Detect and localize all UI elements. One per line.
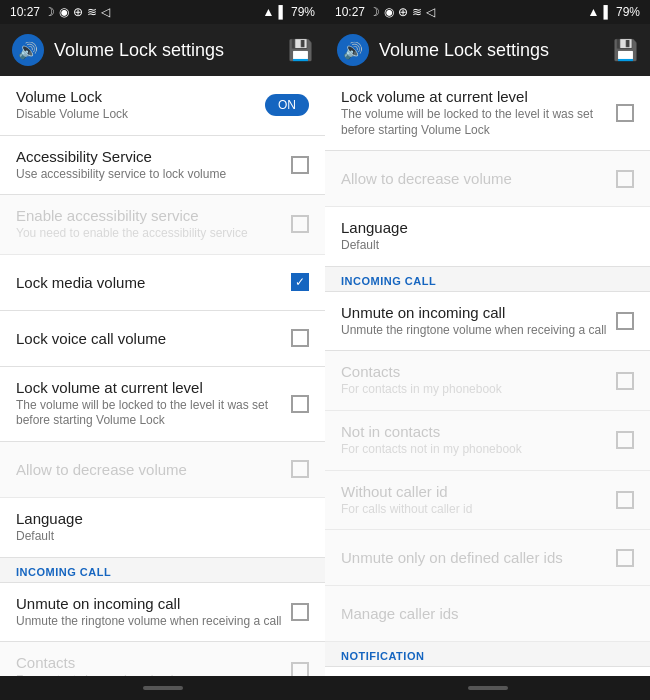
setting-unmute-incoming-title: Unmute on incoming call	[16, 595, 283, 612]
time-left: 10:27	[10, 5, 40, 19]
allow-decrease-right-checkbox	[616, 170, 634, 188]
setting-lock-current-right[interactable]: Lock volume at current level The volume …	[325, 76, 650, 151]
setting-unmute-incoming[interactable]: Unmute on incoming call Unmute the ringt…	[0, 583, 325, 643]
lock-icon: ⊕	[73, 5, 83, 19]
battery-left: 79%	[291, 5, 315, 19]
setting-lock-media[interactable]: Lock media volume ✓	[0, 255, 325, 311]
setting-language-right-title: Language	[341, 219, 626, 236]
setting-language[interactable]: Language Default	[0, 498, 325, 558]
setting-contacts-right-text: Contacts For contacts in my phonebook	[341, 363, 616, 398]
lock-icon-right: ⊕	[398, 5, 408, 19]
setting-contacts-right: Contacts For contacts in my phonebook	[325, 351, 650, 411]
setting-language-right[interactable]: Language Default	[325, 207, 650, 267]
setting-accessibility-subtitle: Use accessibility service to lock volume	[16, 167, 283, 183]
status-right-right-icons: ▲ ▌ 79%	[588, 5, 640, 19]
unmute-incoming-checkbox[interactable]	[291, 603, 309, 621]
setting-not-in-contacts-right-subtitle: For contacts not in my phonebook	[341, 442, 608, 458]
lock-media-checkbox[interactable]: ✓	[291, 273, 309, 291]
lock-current-checkbox[interactable]	[291, 395, 309, 413]
setting-not-in-contacts-right-text: Not in contacts For contacts not in my p…	[341, 423, 616, 458]
setting-manage-caller-ids-title: Manage caller ids	[341, 605, 626, 622]
phone-panel-right: 10:27 ☽ ◉ ⊕ ≋ ◁ ▲ ▌ 79% 🔊 Volume Lock se…	[325, 0, 650, 700]
lock-current-right-checkbox[interactable]	[616, 104, 634, 122]
unmute-incoming-right-checkbox[interactable]	[616, 312, 634, 330]
section-incoming-left: INCOMING CALL	[0, 558, 325, 583]
setting-lock-voice-text: Lock voice call volume	[16, 330, 291, 347]
section-notification-right: NOTIFICATION	[325, 642, 650, 667]
app-header-left: 🔊 Volume Lock settings 💾	[0, 24, 325, 76]
allow-decrease-checkbox	[291, 460, 309, 478]
app-header-left-content: 🔊 Volume Lock settings	[12, 34, 224, 66]
nav-indicator-left	[143, 686, 183, 690]
signal-bars-left: ▌	[278, 5, 287, 19]
setting-without-caller-id: Without caller id For calls without call…	[325, 471, 650, 531]
setting-volume-lock-subtitle: Disable Volume Lock	[16, 107, 257, 123]
signal-bars-right: ▌	[603, 5, 612, 19]
setting-contacts-left-subtitle: For contacts in my phonebook	[16, 673, 283, 676]
app-header-right: 🔊 Volume Lock settings 💾	[325, 24, 650, 76]
setting-lock-voice[interactable]: Lock voice call volume	[0, 311, 325, 367]
setting-not-in-contacts-right: Not in contacts For contacts not in my p…	[325, 411, 650, 471]
setting-allow-decrease-title: Allow to decrease volume	[16, 461, 283, 478]
setting-not-in-contacts-right-title: Not in contacts	[341, 423, 608, 440]
app-icon-left: 🔊	[12, 34, 44, 66]
nav-indicator-right	[468, 686, 508, 690]
setting-allow-decrease-right-title: Allow to decrease volume	[341, 170, 608, 187]
setting-language-right-subtitle: Default	[341, 238, 626, 254]
setting-volume-lock[interactable]: Volume Lock Disable Volume Lock ON	[0, 76, 325, 136]
section-incoming-right: INCOMING CALL	[325, 267, 650, 292]
status-right-left-icons: 10:27 ☽ ◉ ⊕ ≋ ◁	[335, 5, 435, 19]
nav-bar-right	[325, 676, 650, 700]
setting-allow-decrease-right-text: Allow to decrease volume	[341, 170, 616, 187]
setting-unmute-defined-text: Unmute only on defined caller ids	[341, 549, 616, 566]
setting-unmute-incoming-right-text: Unmute on incoming call Unmute the ringt…	[341, 304, 616, 339]
settings-list-left: Volume Lock Disable Volume Lock ON Acces…	[0, 76, 325, 676]
status-bar-left: 10:27 ☽ ◉ ⊕ ≋ ◁ ▲ ▌ 79%	[0, 0, 325, 24]
setting-manage-caller-ids-text: Manage caller ids	[341, 605, 634, 622]
setting-lock-voice-title: Lock voice call volume	[16, 330, 283, 347]
moon-icon-right: ☽	[369, 5, 380, 19]
setting-accessibility[interactable]: Accessibility Service Use accessibility …	[0, 136, 325, 196]
setting-lock-current-title: Lock volume at current level	[16, 379, 283, 396]
app-icon-right: 🔊	[337, 34, 369, 66]
setting-contacts-left-text: Contacts For contacts in my phonebook	[16, 654, 291, 676]
signal-icon-right: ◉	[384, 5, 394, 19]
without-caller-id-checkbox	[616, 491, 634, 509]
nav-bar-left	[0, 676, 325, 700]
lock-voice-checkbox[interactable]	[291, 329, 309, 347]
setting-language-title: Language	[16, 510, 301, 527]
setting-lock-current-text: Lock volume at current level The volume …	[16, 379, 291, 429]
wifi-icon-right: ▲	[588, 5, 600, 19]
setting-contacts-left: Contacts For contacts in my phonebook	[0, 642, 325, 676]
setting-language-text: Language Default	[16, 510, 309, 545]
settings-list-right: Lock volume at current level The volume …	[325, 76, 650, 676]
save-button-left[interactable]: 💾	[288, 38, 313, 62]
setting-foreground-service[interactable]: Start as foreground service Prevents the…	[325, 667, 650, 676]
setting-manage-caller-ids: Manage caller ids	[325, 586, 650, 642]
setting-volume-lock-text: Volume Lock Disable Volume Lock	[16, 88, 265, 123]
wifi-small-icon-right: ≋	[412, 5, 422, 19]
setting-allow-decrease-right: Allow to decrease volume	[325, 151, 650, 207]
signal-icon: ◉	[59, 5, 69, 19]
setting-accessibility-title: Accessibility Service	[16, 148, 283, 165]
setting-unmute-incoming-right-title: Unmute on incoming call	[341, 304, 608, 321]
setting-unmute-defined: Unmute only on defined caller ids	[325, 530, 650, 586]
app-title-left: Volume Lock settings	[54, 40, 224, 61]
not-in-contacts-right-checkbox	[616, 431, 634, 449]
app-title-right: Volume Lock settings	[379, 40, 549, 61]
setting-allow-decrease-text: Allow to decrease volume	[16, 461, 291, 478]
setting-enable-accessibility-title: Enable accessibility service	[16, 207, 283, 224]
volume-icon-right: ◁	[426, 5, 435, 19]
setting-lock-current[interactable]: Lock volume at current level The volume …	[0, 367, 325, 442]
volume-lock-toggle[interactable]: ON	[265, 94, 309, 116]
contacts-left-checkbox	[291, 662, 309, 676]
setting-lock-media-text: Lock media volume	[16, 274, 291, 291]
save-button-right[interactable]: 💾	[613, 38, 638, 62]
setting-without-caller-id-title: Without caller id	[341, 483, 608, 500]
setting-unmute-incoming-right[interactable]: Unmute on incoming call Unmute the ringt…	[325, 292, 650, 352]
setting-unmute-incoming-subtitle: Unmute the ringtone volume when receivin…	[16, 614, 283, 630]
setting-enable-accessibility: Enable accessibility service You need to…	[0, 195, 325, 255]
setting-without-caller-id-text: Without caller id For calls without call…	[341, 483, 616, 518]
accessibility-checkbox[interactable]	[291, 156, 309, 174]
enable-accessibility-checkbox	[291, 215, 309, 233]
